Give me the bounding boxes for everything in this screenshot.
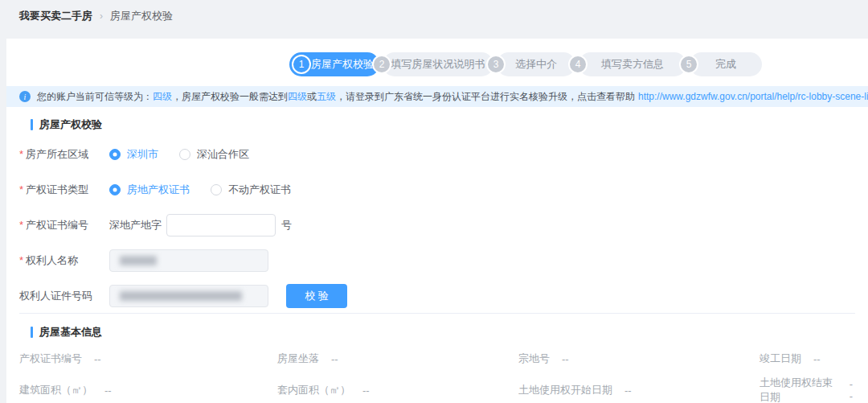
radio-real-estate-cert[interactable]: 房地产权证书 (109, 183, 190, 197)
radio-selected-icon (109, 149, 121, 160)
radio-shenshan-zone[interactable]: 深汕合作区 (179, 147, 249, 162)
region-row: *房产所在区域 深圳市 深汕合作区 (19, 143, 347, 166)
step-3-number: 3 (486, 55, 506, 74)
step-2-label: 填写房屋状况说明书 (391, 57, 485, 72)
owner-name-row: *权利人名称 (19, 249, 347, 272)
step-4-label: 填写卖方信息 (601, 57, 664, 72)
cert-number-row: *产权证书编号 深地产地字 号 (19, 214, 347, 236)
radio-shenshan-label: 深汕合作区 (197, 147, 249, 162)
form-section-title: 房屋产权校验 (31, 117, 347, 132)
form-section-title-text: 房屋产权校验 (39, 117, 102, 132)
step-5-complete[interactable]: 5 完成 (690, 52, 762, 76)
radio-immovable-cert-label: 不动产权证书 (228, 183, 291, 197)
step-2-house-condition[interactable]: 2 填写房屋状况说明书 (383, 52, 493, 76)
info-house-location: 房屋坐落-- (277, 352, 518, 366)
owner-id-field-disabled (109, 285, 268, 307)
section-title-accent-bar (31, 119, 33, 130)
step-3-choose-agency[interactable]: 3 选择中介 (497, 52, 575, 76)
breadcrumb-separator: › (100, 10, 103, 22)
banner-text-2: ，房屋产权校验一般需达到 (172, 90, 288, 104)
owner-id-label: 权利人证件号码 (19, 289, 109, 303)
cert-type-label: *产权证书类型 (19, 183, 109, 197)
section-title-accent-bar (31, 327, 33, 338)
radio-unselected-icon (179, 149, 190, 160)
info-land-use-end-date: 土地使用权结束日期-- (760, 376, 855, 403)
radio-shenzhen[interactable]: 深圳市 (109, 147, 158, 162)
cert-number-suffix: 号 (281, 218, 292, 232)
house-basic-info-section: 房屋基本信息 产权证书编号-- 房屋坐落-- 宗地号-- 竣工日期-- 建筑面积… (19, 325, 855, 403)
masked-owner-id (120, 291, 242, 301)
required-mark: * (19, 254, 23, 266)
banner-text-3: 或 (307, 90, 317, 104)
radio-shenzhen-label: 深圳市 (127, 147, 158, 162)
step-1-label: 房屋产权校验 (311, 57, 374, 72)
step-3-label: 选择中介 (515, 57, 557, 72)
info-completion-date: 竣工日期-- (760, 352, 855, 366)
radio-immovable-cert[interactable]: 不动产权证书 (211, 183, 291, 197)
radio-unselected-icon (211, 184, 222, 195)
required-mark: * (19, 183, 23, 195)
radio-selected-icon (109, 184, 121, 195)
info-inner-area: 套内面积（㎡）-- (277, 376, 518, 403)
trust-level-banner: i 您的账户当前可信等级为： 四级 ，房屋产权校验一般需达到 四级 或 五级 ，… (6, 86, 868, 107)
info-cert-number: 产权证书编号-- (19, 352, 277, 366)
step-4-seller-info[interactable]: 4 填写卖方信息 (579, 52, 686, 76)
property-check-form: 房屋产权校验 *房产所在区域 深圳市 深汕合作区 *产权证书类型 房地产权证书 (19, 117, 347, 320)
banner-text-1: 您的账户当前可信等级为： (37, 90, 153, 104)
owner-name-field-disabled (109, 249, 268, 272)
info-section-title: 房屋基本信息 (31, 325, 855, 339)
required-mark: * (19, 148, 23, 160)
step-4-number: 4 (568, 55, 588, 74)
info-land-use-start-date: 土地使用权开始日期-- (518, 376, 760, 403)
breadcrumb: 我要买卖二手房 › 房屋产权校验 (0, 0, 868, 32)
section-divider (19, 313, 855, 314)
info-icon: i (19, 91, 31, 102)
owner-name-label: *权利人名称 (19, 253, 109, 268)
banner-link-level4-b[interactable]: 四级 (288, 90, 307, 104)
banner-link-level5[interactable]: 五级 (317, 90, 336, 104)
masked-owner-name (120, 256, 157, 265)
info-section-title-text: 房屋基本信息 (39, 325, 102, 339)
cert-number-prefix: 深地产地字 (109, 218, 162, 232)
breadcrumb-item-sell-house[interactable]: 我要买卖二手房 (19, 9, 92, 23)
main-card: 1 房屋产权校验 2 填写房屋状况说明书 3 选择中介 4 填写卖方信息 5 完… (6, 39, 868, 403)
step-1-property-check[interactable]: 1 房屋产权校验 (289, 52, 379, 76)
owner-id-row: 权利人证件号码 校 验 (19, 285, 347, 307)
cert-number-input[interactable] (166, 214, 276, 236)
banner-text-4: ，请登录到广东省统一身份认证平台进行实名核验升级，点击查看帮助 (336, 90, 635, 104)
radio-real-estate-cert-label: 房地产权证书 (127, 183, 190, 197)
step-5-number: 5 (679, 55, 698, 74)
house-info-grid: 产权证书编号-- 房屋坐落-- 宗地号-- 竣工日期-- 建筑面积（㎡）-- 套… (19, 352, 855, 403)
required-mark: * (19, 219, 23, 231)
cert-type-row: *产权证书类型 房地产权证书 不动产权证书 (19, 179, 347, 201)
step-5-label: 完成 (715, 57, 736, 72)
region-label: *房产所在区域 (19, 147, 109, 162)
info-parcel-number: 宗地号-- (518, 352, 760, 366)
verify-button[interactable]: 校 验 (286, 284, 347, 308)
info-building-area: 建筑面积（㎡）-- (19, 376, 277, 403)
step-2-number: 2 (372, 55, 391, 74)
cert-number-label: *产权证书编号 (19, 218, 109, 232)
step-1-number: 1 (292, 55, 311, 74)
breadcrumb-item-current: 房屋产权校验 (110, 9, 173, 23)
step-wizard: 1 房屋产权校验 2 填写房屋状况说明书 3 选择中介 4 填写卖方信息 5 完… (289, 52, 762, 76)
help-url-link[interactable]: http://www.gdzwfw.gov.cn/portal/help/rc-… (638, 91, 868, 102)
banner-link-level4-a[interactable]: 四级 (153, 90, 172, 104)
